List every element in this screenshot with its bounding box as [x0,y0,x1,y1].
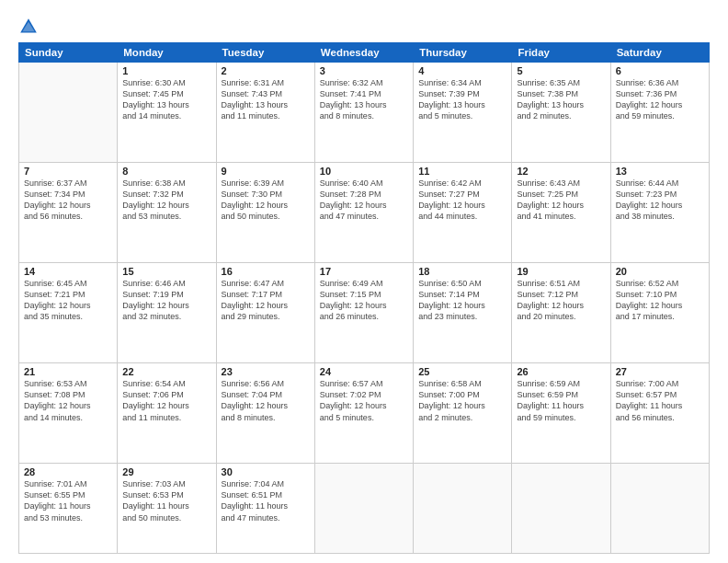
calendar: SundayMondayTuesdayWednesdayThursdayFrid… [18,42,710,554]
day-info: Sunrise: 6:59 AM Sunset: 6:59 PM Dayligh… [517,378,605,423]
day-number: 17 [320,266,408,277]
day-info: Sunrise: 6:34 AM Sunset: 7:39 PM Dayligh… [418,77,506,122]
day-cell: 5Sunrise: 6:35 AM Sunset: 7:38 PM Daylig… [512,63,610,163]
day-cell [610,464,709,554]
day-cell: 28Sunrise: 7:01 AM Sunset: 6:55 PM Dayli… [19,464,118,554]
logo [18,17,42,37]
day-cell: 29Sunrise: 7:03 AM Sunset: 6:53 PM Dayli… [118,464,216,554]
day-info: Sunrise: 7:00 AM Sunset: 6:57 PM Dayligh… [616,378,704,423]
day-number: 14 [24,266,112,277]
day-number: 6 [616,65,704,76]
day-number: 16 [222,266,310,277]
day-info: Sunrise: 6:31 AM Sunset: 7:43 PM Dayligh… [222,77,310,122]
day-number: 30 [222,466,310,477]
day-number: 15 [122,266,210,277]
day-info: Sunrise: 6:43 AM Sunset: 7:25 PM Dayligh… [517,178,605,223]
day-info: Sunrise: 6:36 AM Sunset: 7:36 PM Dayligh… [616,77,704,122]
weekday-header-tuesday: Tuesday [216,43,314,63]
day-info: Sunrise: 6:30 AM Sunset: 7:45 PM Dayligh… [122,77,210,122]
day-number: 20 [616,266,704,277]
day-cell [19,63,118,163]
day-cell: 7Sunrise: 6:37 AM Sunset: 7:34 PM Daylig… [19,163,118,263]
week-row-1: 1Sunrise: 6:30 AM Sunset: 7:45 PM Daylig… [19,63,710,163]
week-row-2: 7Sunrise: 6:37 AM Sunset: 7:34 PM Daylig… [19,163,710,263]
day-number: 3 [320,65,408,76]
day-number: 2 [222,65,310,76]
day-number: 13 [616,166,704,177]
day-info: Sunrise: 6:54 AM Sunset: 7:06 PM Dayligh… [122,378,210,423]
day-number: 23 [222,366,310,377]
day-number: 7 [24,166,112,177]
weekday-header-thursday: Thursday [414,43,512,63]
weekday-header-sunday: Sunday [19,43,118,63]
day-number: 27 [616,366,704,377]
day-cell: 30Sunrise: 7:04 AM Sunset: 6:51 PM Dayli… [216,464,314,554]
header [18,17,710,37]
day-cell: 21Sunrise: 6:53 AM Sunset: 7:08 PM Dayli… [19,363,118,464]
page: SundayMondayTuesdayWednesdayThursdayFrid… [0,0,728,563]
day-number: 29 [122,466,210,477]
day-info: Sunrise: 6:40 AM Sunset: 7:28 PM Dayligh… [320,178,408,223]
day-cell: 26Sunrise: 6:59 AM Sunset: 6:59 PM Dayli… [512,363,610,464]
day-number: 1 [122,65,210,76]
day-cell: 1Sunrise: 6:30 AM Sunset: 7:45 PM Daylig… [118,63,216,163]
day-info: Sunrise: 6:42 AM Sunset: 7:27 PM Dayligh… [418,178,506,223]
day-cell: 14Sunrise: 6:45 AM Sunset: 7:21 PM Dayli… [19,263,118,363]
day-info: Sunrise: 6:56 AM Sunset: 7:04 PM Dayligh… [222,378,310,423]
day-number: 5 [517,65,605,76]
day-number: 28 [24,466,112,477]
day-info: Sunrise: 6:49 AM Sunset: 7:15 PM Dayligh… [320,278,408,323]
day-info: Sunrise: 6:58 AM Sunset: 7:00 PM Dayligh… [418,378,506,423]
day-number: 19 [517,266,605,277]
day-cell: 10Sunrise: 6:40 AM Sunset: 7:28 PM Dayli… [314,163,413,263]
day-info: Sunrise: 6:50 AM Sunset: 7:14 PM Dayligh… [418,278,506,323]
day-cell: 13Sunrise: 6:44 AM Sunset: 7:23 PM Dayli… [610,163,709,263]
day-cell: 16Sunrise: 6:47 AM Sunset: 7:17 PM Dayli… [216,263,314,363]
week-row-3: 14Sunrise: 6:45 AM Sunset: 7:21 PM Dayli… [19,263,710,363]
day-cell: 8Sunrise: 6:38 AM Sunset: 7:32 PM Daylig… [118,163,216,263]
day-info: Sunrise: 6:51 AM Sunset: 7:12 PM Dayligh… [517,278,605,323]
week-row-5: 28Sunrise: 7:01 AM Sunset: 6:55 PM Dayli… [19,464,710,554]
day-cell: 11Sunrise: 6:42 AM Sunset: 7:27 PM Dayli… [414,163,512,263]
day-info: Sunrise: 6:39 AM Sunset: 7:30 PM Dayligh… [222,178,310,223]
weekday-header-wednesday: Wednesday [314,43,413,63]
day-number: 18 [418,266,506,277]
day-cell: 4Sunrise: 6:34 AM Sunset: 7:39 PM Daylig… [414,63,512,163]
day-number: 4 [418,65,506,76]
day-number: 22 [122,366,210,377]
day-cell: 3Sunrise: 6:32 AM Sunset: 7:41 PM Daylig… [314,63,413,163]
day-info: Sunrise: 6:52 AM Sunset: 7:10 PM Dayligh… [616,278,704,323]
day-cell [314,464,413,554]
day-cell: 25Sunrise: 6:58 AM Sunset: 7:00 PM Dayli… [414,363,512,464]
day-info: Sunrise: 6:57 AM Sunset: 7:02 PM Dayligh… [320,378,408,423]
day-info: Sunrise: 6:44 AM Sunset: 7:23 PM Dayligh… [616,178,704,223]
day-cell: 9Sunrise: 6:39 AM Sunset: 7:30 PM Daylig… [216,163,314,263]
weekday-header-friday: Friday [512,43,610,63]
week-row-4: 21Sunrise: 6:53 AM Sunset: 7:08 PM Dayli… [19,363,710,464]
day-number: 8 [122,166,210,177]
day-cell: 24Sunrise: 6:57 AM Sunset: 7:02 PM Dayli… [314,363,413,464]
day-info: Sunrise: 6:46 AM Sunset: 7:19 PM Dayligh… [122,278,210,323]
day-info: Sunrise: 7:04 AM Sunset: 6:51 PM Dayligh… [222,478,310,523]
day-cell: 17Sunrise: 6:49 AM Sunset: 7:15 PM Dayli… [314,263,413,363]
day-info: Sunrise: 7:03 AM Sunset: 6:53 PM Dayligh… [122,478,210,523]
day-number: 10 [320,166,408,177]
day-info: Sunrise: 6:38 AM Sunset: 7:32 PM Dayligh… [122,178,210,223]
logo-icon [18,17,39,37]
weekday-header-monday: Monday [118,43,216,63]
day-cell: 6Sunrise: 6:36 AM Sunset: 7:36 PM Daylig… [610,63,709,163]
day-cell: 23Sunrise: 6:56 AM Sunset: 7:04 PM Dayli… [216,363,314,464]
day-info: Sunrise: 6:47 AM Sunset: 7:17 PM Dayligh… [222,278,310,323]
day-cell: 22Sunrise: 6:54 AM Sunset: 7:06 PM Dayli… [118,363,216,464]
day-info: Sunrise: 6:45 AM Sunset: 7:21 PM Dayligh… [24,278,112,323]
day-number: 25 [418,366,506,377]
day-info: Sunrise: 6:32 AM Sunset: 7:41 PM Dayligh… [320,77,408,122]
day-cell: 27Sunrise: 7:00 AM Sunset: 6:57 PM Dayli… [610,363,709,464]
day-cell: 12Sunrise: 6:43 AM Sunset: 7:25 PM Dayli… [512,163,610,263]
day-info: Sunrise: 6:35 AM Sunset: 7:38 PM Dayligh… [517,77,605,122]
day-cell: 19Sunrise: 6:51 AM Sunset: 7:12 PM Dayli… [512,263,610,363]
day-number: 21 [24,366,112,377]
day-info: Sunrise: 6:37 AM Sunset: 7:34 PM Dayligh… [24,178,112,223]
day-info: Sunrise: 7:01 AM Sunset: 6:55 PM Dayligh… [24,478,112,523]
day-number: 9 [222,166,310,177]
